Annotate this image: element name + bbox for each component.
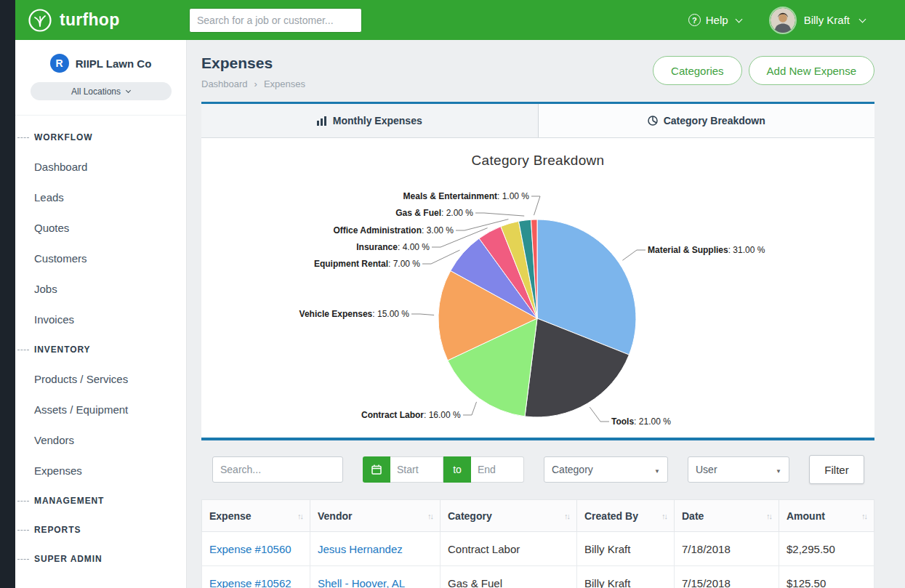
pie-label-tools: Tools: 21.00 % <box>611 416 671 427</box>
bar-chart-icon <box>317 116 327 126</box>
sidebar-item-dashboard[interactable]: Dashboard <box>15 152 186 182</box>
top-header: turfhop Help Billy Kraft <box>15 0 905 40</box>
user-select[interactable]: User <box>688 456 789 483</box>
dash-icon <box>17 530 29 531</box>
pie-label-gas-fuel: Gas & Fuel: 2.00 % <box>395 208 473 218</box>
breadcrumb: Dashboard › Expenses <box>201 78 305 89</box>
nav-section-inventory[interactable]: INVENTORY <box>15 335 186 364</box>
sort-icon[interactable] <box>564 512 569 520</box>
nav-section-label: MANAGEMENT <box>34 496 104 506</box>
cell-amount: $2,295.50 <box>779 532 874 566</box>
date-start-input[interactable] <box>390 456 443 483</box>
page-header: Expenses Dashboard › Expenses Categories… <box>201 40 874 102</box>
company-name: RIIPL Lawn Co <box>76 57 152 70</box>
date-range-group: to <box>363 456 524 483</box>
company-logo: R <box>50 54 69 73</box>
cell-amount: $125.50 <box>779 566 874 588</box>
calendar-icon <box>371 464 382 475</box>
page-title: Expenses <box>201 55 305 72</box>
table-search-input[interactable] <box>212 456 343 483</box>
dash-icon <box>17 559 29 560</box>
table-header-row: Expense Vendor Category Created By Date … <box>202 500 874 532</box>
sidebar-item-assets-equipment[interactable]: Assets / Equipment <box>15 395 186 425</box>
location-selector[interactable]: All Locations <box>31 82 172 100</box>
tab-monthly-expenses[interactable]: Monthly Expenses <box>201 104 538 137</box>
pie-label-connector <box>475 213 524 216</box>
sort-icon[interactable] <box>766 512 771 520</box>
app-window: turfhop Help Billy Kraft <box>0 0 905 588</box>
select-arrow-icon <box>654 464 660 475</box>
pie-label-insurance: Insurance: 4.00 % <box>356 242 430 252</box>
filter-button[interactable]: Filter <box>809 455 864 484</box>
sidebar: R RIIPL Lawn Co All Locations WORKFLOW D… <box>15 40 187 588</box>
sidebar-item-expenses[interactable]: Expenses <box>15 456 186 486</box>
cell-category: Gas & Fuel <box>441 566 577 588</box>
vendor-link[interactable]: Shell - Hoover, AL <box>318 577 405 588</box>
vendor-link[interactable]: Jesus Hernandez <box>318 543 403 555</box>
pie-label-connector <box>531 196 540 215</box>
column-header-amount[interactable]: Amount <box>779 500 874 532</box>
left-edge-strip <box>0 0 15 588</box>
sidebar-item-products-services[interactable]: Products / Services <box>15 364 186 395</box>
pie-label-connector <box>411 314 434 315</box>
dash-icon <box>17 137 29 138</box>
chevron-down-icon <box>735 15 742 23</box>
sort-icon[interactable] <box>861 512 866 520</box>
table-row: Expense #10560 Jesus Hernandez Contract … <box>202 532 874 566</box>
sidebar-item-customers[interactable]: Customers <box>15 243 186 274</box>
help-label: Help <box>706 14 728 26</box>
sort-icon[interactable] <box>427 512 433 520</box>
pie-label-contract-labor: Contract Labor: 16.00 % <box>361 410 461 420</box>
breadcrumb-dashboard[interactable]: Dashboard <box>201 78 248 89</box>
expense-link[interactable]: Expense #10562 <box>209 577 291 588</box>
sidebar-item-invoices[interactable]: Invoices <box>15 305 186 335</box>
company-selector[interactable]: R RIIPL Lawn Co <box>15 40 186 73</box>
category-select[interactable]: Category <box>544 456 668 483</box>
nav-section-super-admin[interactable]: SUPER ADMIN <box>15 544 186 573</box>
pie-chart-icon <box>648 116 658 126</box>
sidebar-item-vendors[interactable]: Vendors <box>15 425 186 456</box>
column-header-date[interactable]: Date <box>675 500 779 532</box>
user-menu[interactable]: Billy Kraft <box>769 7 865 34</box>
nav-section-label: INVENTORY <box>34 345 90 355</box>
brand-logo[interactable]: turfhop <box>27 7 176 33</box>
cell-date: 7/18/2018 <box>675 532 779 566</box>
column-header-created-by[interactable]: Created By <box>577 500 675 532</box>
category-select-value: Category <box>552 464 593 475</box>
pie-label-equipment-rental: Equipment Rental: 7.00 % <box>314 259 420 269</box>
brand-name: turfhop <box>60 10 120 30</box>
sidebar-item-quotes[interactable]: Quotes <box>15 213 186 243</box>
nav-section-label: REPORTS <box>34 525 81 535</box>
column-header-expense[interactable]: Expense <box>202 500 310 532</box>
sidebar-item-leads[interactable]: Leads <box>15 182 186 213</box>
categories-button[interactable]: Categories <box>653 56 742 85</box>
date-end-input[interactable] <box>471 456 524 483</box>
page-actions: Categories Add New Expense <box>653 55 874 85</box>
tab-category-breakdown[interactable]: Category Breakdown <box>538 104 875 137</box>
user-select-value: User <box>696 464 717 475</box>
global-search-input[interactable] <box>189 8 362 33</box>
column-header-vendor[interactable]: Vendor <box>310 500 441 532</box>
expenses-card: Monthly Expenses Category Breakdown Cate… <box>201 102 874 438</box>
breadcrumb-current: Expenses <box>264 78 305 89</box>
nav-section-reports[interactable]: REPORTS <box>15 515 186 544</box>
sidebar-item-jobs[interactable]: Jobs <box>15 274 186 305</box>
expense-link[interactable]: Expense #10560 <box>209 543 291 555</box>
date-picker-button[interactable] <box>363 456 390 483</box>
chevron-down-icon <box>126 88 131 93</box>
nav-section-management[interactable]: MANAGEMENT <box>15 486 186 515</box>
sort-icon[interactable] <box>661 512 667 520</box>
main-content: Expenses Dashboard › Expenses Categories… <box>187 40 905 588</box>
date-range-to-label: to <box>443 456 471 483</box>
cell-created-by: Billy Kraft <box>577 566 675 588</box>
pie-label-connector <box>463 402 477 415</box>
cell-category: Contract Labor <box>441 532 577 566</box>
user-name: Billy Kraft <box>804 14 850 26</box>
tab-label: Category Breakdown <box>664 115 765 126</box>
column-header-category[interactable]: Category <box>441 500 577 532</box>
add-new-expense-button[interactable]: Add New Expense <box>749 56 874 85</box>
sort-icon[interactable] <box>297 512 302 520</box>
pie-label-office-administration: Office Administration: 3.00 % <box>333 225 454 235</box>
nav-section-workflow[interactable]: WORKFLOW <box>15 123 186 152</box>
help-menu[interactable]: Help <box>688 14 741 26</box>
